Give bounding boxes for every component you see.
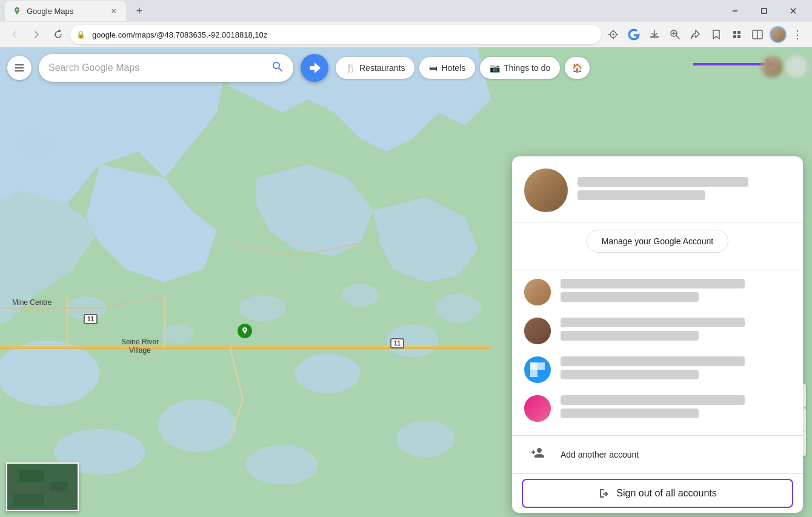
divider-1 bbox=[512, 270, 803, 270]
things-to-do-label: Things to do bbox=[504, 63, 550, 73]
menu-button[interactable] bbox=[7, 56, 32, 80]
park-marker[interactable] bbox=[238, 324, 252, 338]
reload-button[interactable] bbox=[48, 25, 68, 44]
main-account-avatar bbox=[524, 168, 568, 212]
forward-icon bbox=[32, 30, 41, 39]
more-options-button[interactable]: ⋮ bbox=[788, 25, 807, 44]
bookmark-icon bbox=[711, 29, 722, 40]
svg-rect-43 bbox=[537, 362, 545, 370]
svg-point-31 bbox=[15, 132, 54, 158]
address-bar: 🔒 google.com/maps/@48.7083635,-92.001881… bbox=[0, 22, 812, 47]
hamburger-icon bbox=[14, 62, 25, 73]
account-item-2[interactable] bbox=[512, 312, 803, 350]
account-email-blurred bbox=[577, 190, 705, 200]
thumbnail-map bbox=[7, 464, 79, 511]
maps-topbar: Search Google Maps 🍴 Restaurants 🛏 Hotel… bbox=[0, 47, 812, 88]
content-area: Mine Centre Seine RiverVillage 11 11 Sea… bbox=[0, 47, 812, 517]
account-3-email bbox=[561, 370, 699, 379]
svg-rect-20 bbox=[737, 35, 740, 38]
avatar-blurred-1 bbox=[761, 56, 783, 78]
extensions-icon bbox=[731, 29, 742, 40]
dropdown-header bbox=[512, 156, 803, 222]
svg-rect-44 bbox=[530, 370, 537, 377]
more-categories-button[interactable]: 🏠 bbox=[565, 57, 590, 79]
account-info-3 bbox=[561, 356, 791, 383]
camera-icon: 📷 bbox=[490, 63, 500, 73]
account-2-name bbox=[561, 318, 745, 327]
search-bar[interactable]: Search Google Maps bbox=[39, 54, 293, 82]
minimize-button[interactable] bbox=[721, 0, 749, 22]
account-4-name bbox=[561, 395, 745, 405]
zoom-icon bbox=[670, 29, 681, 40]
url-bar[interactable]: 🔒 google.com/maps/@48.7083635,-92.001881… bbox=[70, 25, 601, 44]
account-1-name bbox=[561, 279, 745, 289]
browser-frame: Google Maps ✕ + bbox=[0, 0, 812, 517]
forward-button[interactable] bbox=[27, 25, 46, 44]
account-2-email bbox=[561, 331, 699, 341]
search-placeholder: Search Google Maps bbox=[48, 62, 264, 73]
svg-point-36 bbox=[435, 294, 481, 322]
svg-line-41 bbox=[279, 68, 282, 71]
home-icon: 🏠 bbox=[572, 63, 582, 73]
sign-out-label: Sign out of all accounts bbox=[616, 488, 716, 499]
restaurants-button[interactable]: 🍴 Restaurants bbox=[336, 57, 414, 79]
close-button[interactable] bbox=[779, 0, 807, 22]
zoom-icon-btn[interactable] bbox=[665, 25, 685, 44]
account-3-name bbox=[561, 356, 745, 366]
google-account-icon-btn[interactable] bbox=[624, 25, 644, 44]
account-avatar-1 bbox=[524, 279, 551, 305]
hotels-button[interactable]: 🛏 Hotels bbox=[419, 57, 475, 79]
svg-point-25 bbox=[158, 399, 236, 452]
bookmark-icon-btn[interactable] bbox=[707, 25, 726, 44]
svg-point-34 bbox=[161, 324, 194, 344]
add-account-item[interactable]: Add another account bbox=[512, 438, 803, 471]
account-avatar-2 bbox=[524, 318, 551, 344]
account-info-2 bbox=[561, 318, 791, 344]
svg-rect-3 bbox=[762, 8, 767, 13]
category-buttons: 🍴 Restaurants 🛏 Hotels 📷 Things to do 🏠 bbox=[336, 57, 590, 79]
arrow-line bbox=[693, 63, 766, 65]
account-info-1 bbox=[561, 279, 791, 305]
split-screen-icon-btn[interactable] bbox=[748, 25, 767, 44]
directions-icon bbox=[308, 61, 321, 75]
account-item-4[interactable] bbox=[512, 389, 803, 428]
download-icon-btn[interactable] bbox=[645, 25, 664, 44]
split-screen-icon bbox=[752, 29, 763, 40]
things-to-do-button[interactable]: 📷 Things to do bbox=[480, 57, 560, 79]
sign-out-button[interactable]: Sign out of all accounts bbox=[522, 479, 793, 508]
back-button[interactable] bbox=[5, 25, 24, 44]
account-item-1[interactable] bbox=[512, 273, 803, 312]
hotels-icon: 🛏 bbox=[429, 63, 438, 73]
maximize-button[interactable] bbox=[750, 0, 778, 22]
toolbar-icons: ⋮ bbox=[604, 25, 807, 44]
sign-out-icon bbox=[598, 487, 610, 499]
profile-avatar[interactable] bbox=[770, 26, 787, 43]
manage-account-button[interactable]: Manage your Google Account bbox=[587, 230, 728, 253]
restaurants-label: Restaurants bbox=[359, 63, 405, 73]
tab-title: Google Maps bbox=[27, 7, 103, 16]
svg-rect-17 bbox=[733, 31, 736, 34]
directions-button[interactable] bbox=[301, 54, 328, 82]
extensions-icon-btn[interactable] bbox=[727, 25, 747, 44]
main-account-info bbox=[577, 177, 791, 204]
account-1-email bbox=[561, 292, 699, 302]
map-thumbnail[interactable] bbox=[6, 462, 79, 511]
share-icon-btn[interactable] bbox=[686, 25, 705, 44]
window-controls bbox=[721, 0, 807, 22]
location-icon-btn[interactable] bbox=[604, 25, 623, 44]
svg-rect-19 bbox=[733, 35, 736, 38]
back-icon bbox=[10, 30, 19, 39]
avatar-blurred-2 bbox=[785, 56, 807, 78]
new-tab-button[interactable]: + bbox=[131, 2, 148, 19]
account-item-3[interactable] bbox=[512, 350, 803, 389]
google-g-icon bbox=[628, 28, 640, 41]
road-shield-11-right: 11 bbox=[390, 338, 404, 349]
road-shield-11-left: 11 bbox=[84, 314, 98, 324]
svg-point-30 bbox=[396, 421, 455, 457]
account-info-4 bbox=[561, 395, 791, 422]
svg-rect-48 bbox=[50, 482, 68, 491]
tab-close-button[interactable]: ✕ bbox=[108, 5, 119, 16]
search-icon[interactable] bbox=[271, 61, 284, 76]
active-tab[interactable]: Google Maps ✕ bbox=[5, 1, 126, 21]
location-icon bbox=[608, 29, 619, 40]
